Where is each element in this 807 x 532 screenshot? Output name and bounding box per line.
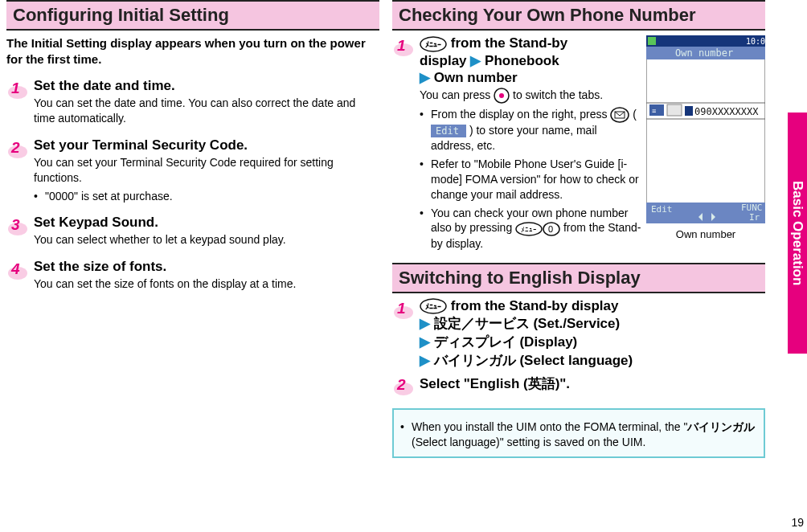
step-num: 3	[11, 216, 20, 234]
svg-text:Edit: Edit	[436, 125, 459, 137]
left-step-2: 2 Set your Terminal Security Code. You c…	[6, 137, 379, 204]
path: Phonebook	[485, 53, 559, 68]
path: Own number	[434, 70, 518, 85]
checking-bullet-1: • From the display on the right, press (…	[420, 107, 641, 153]
step-title: Set Keypad Sound.	[34, 215, 379, 231]
checking-bullet-2: • Refer to "Mobile Phone User's Guide [i…	[420, 157, 641, 203]
zero-key-icon: 0	[543, 222, 560, 236]
step-title: Select "English (英語)".	[420, 374, 765, 393]
svg-rect-6	[648, 37, 656, 45]
step-num: 2	[397, 376, 406, 394]
svg-text:ﾒﾆｭｰ: ﾒﾆｭｰ	[425, 40, 441, 49]
svg-text:10:00: 10:00	[746, 37, 765, 46]
svg-text:Ir: Ir	[749, 212, 760, 223]
arrow-icon: ▶	[420, 70, 430, 85]
menu-key-icon: ﾒﾆｭｰ	[420, 298, 447, 314]
arrow-icon: ▶	[470, 53, 481, 68]
step-num: 1	[397, 300, 406, 317]
checking-desc: You can press to switch the tabs.	[420, 88, 641, 104]
step-title: Set the size of fonts.	[34, 259, 379, 275]
svg-text:ﾒﾆｭｰ: ﾒﾆｭｰ	[425, 302, 441, 311]
edit-label-icon: Edit	[431, 125, 466, 137]
phone-label: Own number	[646, 228, 765, 240]
step-title: Set your Terminal Security Code.	[34, 137, 379, 153]
arrow-icon: ▶	[420, 316, 430, 331]
svg-rect-12	[667, 104, 682, 116]
svg-rect-15	[685, 106, 693, 116]
left-step-3: 3 Set Keypad Sound. You can select wheth…	[6, 215, 379, 248]
nav-key-icon	[494, 88, 510, 104]
arrow-icon: ▶	[420, 353, 430, 368]
switching-section-title: Switching to English Display	[392, 263, 765, 293]
phone-screenshot: 10:00 Own number ≡ 090XXXXXXXX Edit FUNC…	[646, 35, 765, 240]
side-tab: Basic Operation	[788, 113, 807, 354]
step-title: Set the date and time.	[34, 78, 379, 94]
step-num: 4	[11, 260, 20, 278]
step-bullet: • "0000" is set at purchase.	[34, 189, 379, 204]
svg-rect-4	[646, 35, 765, 223]
svg-point-28	[611, 108, 629, 122]
left-intro: The Initial Setting display appears when…	[6, 35, 379, 67]
svg-text:Edit: Edit	[651, 204, 673, 215]
switching-step-2: 2 Select "English (英語)".	[392, 374, 765, 397]
svg-text:0: 0	[548, 224, 553, 234]
mail-key-icon	[610, 107, 629, 123]
step-desc: You can set the date and time. You can a…	[34, 96, 379, 126]
step-desc: You can set your Terminal Security Code …	[34, 155, 379, 186]
checking-section-title: Checking Your Own Phone Number	[392, 0, 765, 31]
checking-bullet-3: • You can check your own phone number al…	[420, 206, 641, 252]
txt: from the Stand-by	[451, 35, 567, 51]
step-num: 1	[11, 80, 20, 97]
step-desc: You can select whether to let a keypad s…	[34, 232, 379, 248]
menu-key-icon: ﾒﾆｭｰ	[515, 222, 543, 236]
step-num: 1	[397, 37, 406, 55]
step-desc: You can set the size of fonts on the dis…	[34, 276, 379, 292]
switching-step-1: 1 ﾒﾆｭｰ from the Stand-by display ▶ 設定／サー…	[392, 298, 765, 372]
left-step-1: 1 Set the date and time. You can set the…	[6, 78, 379, 126]
left-section-title: Configuring Initial Setting	[6, 0, 379, 31]
checking-step-1: 1 ﾒﾆｭｰ from the Stand-by display ▶ Phone…	[392, 35, 641, 252]
step-num: 2	[11, 139, 20, 157]
svg-point-27	[499, 93, 504, 98]
page-number: 19	[791, 516, 804, 529]
svg-text:ﾒﾆｭｰ: ﾒﾆｭｰ	[521, 226, 537, 234]
left-step-4: 4 Set the size of fonts. You can set the…	[6, 259, 379, 292]
bullet-text: "0000" is set at purchase.	[45, 189, 173, 204]
uim-note: • When you install the UIM onto the FOMA…	[392, 408, 765, 458]
menu-key-icon: ﾒﾆｭｰ	[420, 36, 447, 52]
svg-text:≡: ≡	[652, 107, 656, 115]
arrow-icon: ▶	[420, 334, 430, 350]
svg-text:Own number: Own number	[675, 47, 733, 59]
txt: display	[420, 53, 467, 68]
svg-text:090XXXXXXXX: 090XXXXXXXX	[694, 106, 759, 117]
